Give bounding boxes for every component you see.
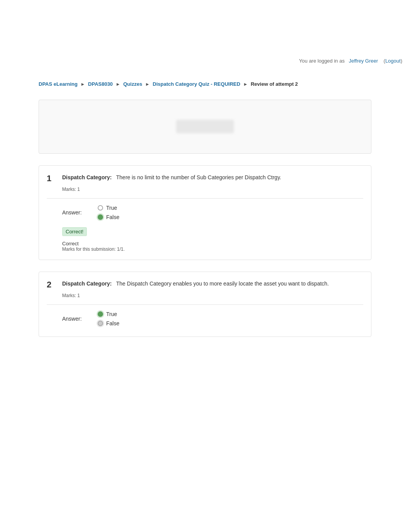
question-1-divider bbox=[47, 198, 363, 199]
question-1-radio-true bbox=[98, 205, 103, 211]
breadcrumb-dpas-elearning[interactable]: DPAS eLearning bbox=[39, 81, 78, 87]
question-1-container: 1 Dispatch Category: There is no limit t… bbox=[39, 165, 371, 260]
breadcrumb-current: Review of attempt 2 bbox=[251, 81, 298, 87]
question-2-option-true: True bbox=[98, 311, 119, 317]
question-1-marks-submission: Marks for this submission: 1/1. bbox=[62, 246, 363, 252]
question-1-option-false-label: False bbox=[106, 214, 119, 220]
breadcrumb-quiz-name[interactable]: Dispatch Category Quiz - REQUIRED bbox=[153, 81, 241, 87]
breadcrumb-quizzes[interactable]: Quizzes bbox=[123, 81, 142, 87]
question-2-header: 2 Dispatch Category: The Dispatch Catego… bbox=[47, 280, 363, 290]
question-1-option-false: False bbox=[98, 214, 119, 220]
question-2-answer-label: Answer: bbox=[62, 316, 93, 322]
question-1-submission-info: Correct Marks for this submission: 1/1. bbox=[62, 241, 363, 252]
question-2-option-true-label: True bbox=[106, 311, 117, 317]
question-2-answer-row: Answer: True False bbox=[62, 311, 363, 326]
summary-box bbox=[39, 100, 371, 154]
question-2-body: The Dispatch Category enables you to mor… bbox=[116, 280, 329, 287]
breadcrumb-separator-1: ► bbox=[81, 82, 85, 87]
question-1-answer-label: Answer: bbox=[62, 209, 93, 216]
question-1-number: 1 bbox=[47, 173, 54, 184]
top-header: You are logged in as Jeffrey Greer (Logo… bbox=[0, 0, 410, 77]
question-2-radio-false bbox=[98, 321, 103, 326]
question-2-category: Dispatch Category: bbox=[62, 280, 112, 287]
breadcrumb-dpas8030[interactable]: DPAS8030 bbox=[88, 81, 113, 87]
question-1-option-true-label: True bbox=[106, 205, 117, 211]
question-2-option-false-label: False bbox=[106, 320, 119, 326]
question-2-marks: Marks: 1 bbox=[62, 293, 363, 298]
question-2-option-false: False bbox=[98, 320, 119, 326]
breadcrumb-separator-4: ► bbox=[243, 82, 248, 87]
question-2-number: 2 bbox=[47, 280, 54, 290]
page-wrapper: You are logged in as Jeffrey Greer (Logo… bbox=[0, 0, 410, 532]
main-content: 1 Dispatch Category: There is no limit t… bbox=[0, 100, 410, 364]
logout-link[interactable]: Logout bbox=[385, 58, 401, 64]
user-info: You are logged in as Jeffrey Greer (Logo… bbox=[299, 58, 402, 64]
question-2-text: Dispatch Category: The Dispatch Category… bbox=[62, 280, 363, 288]
question-1-options: True False bbox=[98, 205, 119, 220]
question-1-header: 1 Dispatch Category: There is no limit t… bbox=[47, 173, 363, 184]
question-2-radio-true bbox=[98, 311, 103, 317]
breadcrumb-separator-2: ► bbox=[116, 82, 120, 87]
question-1-feedback: Correct! bbox=[62, 227, 87, 236]
question-2-divider bbox=[47, 304, 363, 305]
question-2-options: True False bbox=[98, 311, 119, 326]
summary-blurred-content bbox=[176, 120, 234, 133]
question-1-text: Dispatch Category: There is no limit to … bbox=[62, 173, 363, 182]
question-1-option-true: True bbox=[98, 205, 119, 211]
question-1-body: There is no limit to the number of Sub C… bbox=[116, 174, 281, 180]
breadcrumb-separator-3: ► bbox=[145, 82, 150, 87]
question-1-marks: Marks: 1 bbox=[62, 187, 363, 192]
question-1-category: Dispatch Category: bbox=[62, 174, 112, 180]
question-1-answer-section: Answer: True False Correct! Co bbox=[62, 205, 363, 252]
question-2-container: 2 Dispatch Category: The Dispatch Catego… bbox=[39, 272, 371, 337]
question-1-answer-row: Answer: True False bbox=[62, 205, 363, 220]
question-1-status: Correct bbox=[62, 241, 363, 246]
breadcrumb: DPAS eLearning ► DPAS8030 ► Quizzes ► Di… bbox=[0, 77, 410, 92]
username-link[interactable]: Jeffrey Greer bbox=[349, 58, 378, 64]
question-2-answer-section: Answer: True False bbox=[62, 311, 363, 326]
question-1-radio-false bbox=[98, 214, 103, 220]
logged-in-label: You are logged in as bbox=[299, 58, 345, 64]
